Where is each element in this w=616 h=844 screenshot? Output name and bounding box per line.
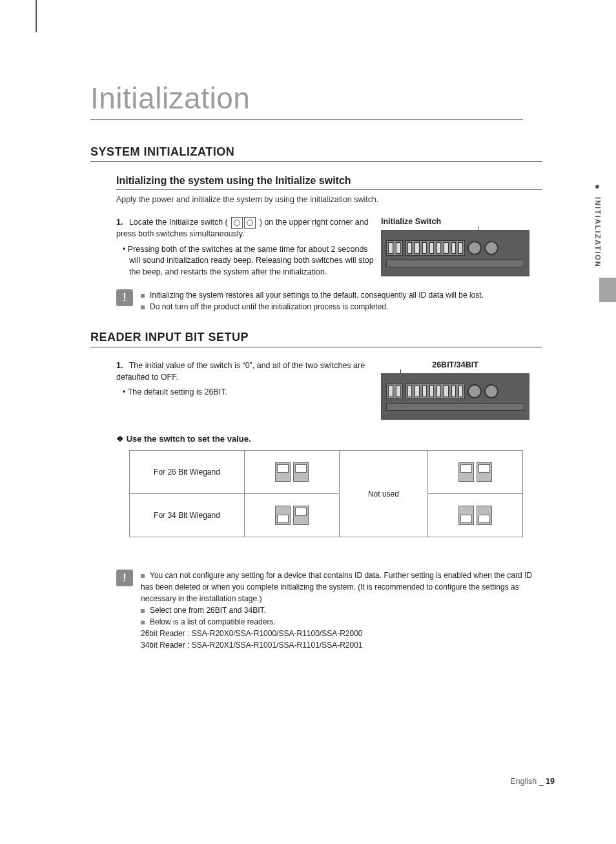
diamond-heading: Use the switch to set the value. — [116, 434, 542, 444]
dip-switch-small-icon — [386, 240, 403, 256]
step-1-reader-bullet: The default setting is 26BIT. — [129, 387, 381, 398]
caution-icon: ! — [116, 570, 133, 586]
footer-page-number: 19 — [546, 777, 555, 786]
thumb-index-bar — [599, 278, 616, 302]
step-1-reader: 1. The initial value of the switch is “0… — [116, 360, 381, 383]
subsection-heading-init-switch: Initializing the system using the Initia… — [116, 175, 542, 190]
switch-diagram-icon — [275, 462, 309, 482]
page-footer: English _ 19 — [510, 777, 555, 786]
step-1-reader-text: The initial value of the switch is “0”, … — [116, 361, 365, 382]
caution-item: Below is a list of compatible readers. 2… — [141, 616, 542, 651]
table-cell-26bit-label: For 26 Bit Wiegand — [130, 451, 245, 494]
table-cell-34bit-label: For 34 Bit Wiegand — [130, 494, 245, 537]
footer-separator: _ — [539, 777, 544, 786]
button-circle-icon — [484, 384, 498, 398]
switch-diagram-icon — [458, 506, 492, 525]
caution-item: Initializing the system restores all you… — [141, 289, 484, 301]
switch-diagram-icon — [275, 506, 309, 525]
footer-language: English — [510, 777, 537, 786]
dip-switch-small-icon — [386, 384, 403, 399]
button-circle-icon — [484, 241, 498, 255]
caution-list: Initializing the system restores all you… — [141, 289, 484, 313]
caution-item: You can not configure any setting for a … — [141, 570, 542, 604]
device-figure-init — [381, 230, 529, 276]
button-circle-icon — [467, 384, 482, 398]
caution-icon: ! — [116, 289, 133, 306]
section-heading-reader-bit: READER INPUT BIT SETUP — [90, 331, 542, 347]
page-title: Initialization — [90, 81, 523, 120]
step-1-text-a: Locate the Initialize switch ( — [129, 218, 228, 227]
switch-value-table: For 26 Bit Wiegand Not used For 34 Bit W… — [129, 450, 523, 537]
step-number: 1. — [116, 361, 123, 370]
crop-mark — [36, 0, 37, 32]
bullet-icon: ● — [595, 181, 601, 191]
step-1-bullet: Pressing both of the switches at the sam… — [129, 244, 381, 278]
step-number: 1. — [116, 218, 123, 227]
table-cell-34bit-sw2 — [427, 494, 522, 537]
section-side-tab: ● INITIALIZATION — [594, 181, 602, 268]
dip-switch-large-icon — [406, 240, 465, 256]
initialize-switch-icon — [231, 217, 256, 229]
section-heading-system-init: SYSTEM INITIALIZATION — [90, 145, 542, 162]
figure-label-init-switch: Initialize Switch — [381, 217, 529, 226]
table-cell-34bit-sw1 — [244, 494, 339, 537]
caution-list: You can not configure any setting for a … — [141, 570, 542, 651]
button-circle-icon — [467, 241, 482, 255]
table-cell-26bit-sw1 — [244, 451, 339, 494]
table-cell-not-used: Not used — [340, 451, 428, 537]
step-1: 1. Locate the Initialize switch ( ) on t… — [116, 217, 381, 240]
caution-item: Select one from 26BIT and 34BIT. — [141, 604, 542, 616]
switch-diagram-icon — [458, 462, 492, 482]
dip-switch-large-icon — [406, 384, 465, 399]
figure-label-bit: 26BIT/34BIT — [381, 360, 529, 369]
device-figure-bit — [381, 373, 529, 420]
table-cell-26bit-sw2 — [427, 451, 522, 494]
side-tab-label: INITIALIZATION — [594, 197, 602, 268]
intro-text: Apply the power and initialize the syste… — [116, 195, 542, 204]
caution-item: Do not turn off the product until the in… — [141, 301, 484, 313]
